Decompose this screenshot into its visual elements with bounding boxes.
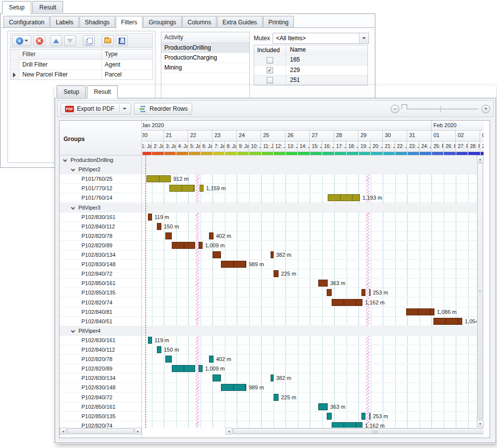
gantt-bar[interactable] bbox=[369, 289, 370, 296]
gantt-bar[interactable] bbox=[318, 280, 328, 287]
subtab-labels[interactable]: Labels bbox=[50, 16, 78, 28]
gantt-bar[interactable] bbox=[157, 223, 161, 230]
task-row[interactable]: P102/820/78 bbox=[60, 355, 142, 364]
task-row[interactable]: P102/840/112 bbox=[60, 345, 142, 355]
list-item-productiondrilling[interactable]: ProductionDrilling bbox=[161, 43, 249, 53]
table-row[interactable]: ✓229 bbox=[254, 65, 367, 75]
scroll-up-button[interactable]: ▴ bbox=[477, 155, 484, 162]
open-filter-button[interactable] bbox=[102, 35, 114, 46]
gantt-bar[interactable] bbox=[209, 232, 213, 239]
task-row[interactable]: P102/830/161 bbox=[60, 213, 142, 222]
task-row[interactable]: P101/760/25 bbox=[60, 174, 142, 184]
reorder-rows-button[interactable]: Reorder Rows bbox=[134, 103, 192, 115]
list-item-productioncharging[interactable]: ProductionCharging bbox=[161, 53, 249, 63]
groups-horizontal-scrollbar[interactable]: ◂▸ bbox=[60, 428, 142, 435]
chart-scroll-thumb[interactable]: |||| bbox=[233, 428, 484, 434]
gantt-bar[interactable] bbox=[200, 185, 204, 192]
gantt-bar[interactable] bbox=[148, 214, 152, 221]
task-row[interactable]: P102/820/74 bbox=[60, 298, 142, 307]
move-down-button[interactable] bbox=[64, 35, 76, 46]
gantt-bar[interactable] bbox=[146, 175, 171, 182]
zoom-slider-thumb[interactable] bbox=[402, 104, 407, 112]
task-row[interactable]: P102/840/72 bbox=[60, 269, 142, 279]
subtab-filters[interactable]: Filters bbox=[116, 16, 143, 29]
gantt-bar[interactable] bbox=[199, 242, 203, 249]
task-row[interactable]: P102/830/134 bbox=[60, 373, 142, 383]
duplicate-filter-button[interactable] bbox=[83, 35, 95, 46]
task-row[interactable]: P102/830/161 bbox=[60, 336, 142, 345]
move-up-button[interactable] bbox=[50, 35, 62, 46]
zoom-out-button[interactable]: − bbox=[391, 105, 399, 113]
table-row[interactable]: 251 bbox=[254, 75, 367, 85]
gantt-bar[interactable] bbox=[328, 194, 360, 201]
subtab-columns[interactable]: Columns bbox=[182, 16, 216, 28]
tab-result[interactable]: Result bbox=[32, 1, 63, 13]
subtab-groupings[interactable]: Groupings bbox=[143, 16, 181, 28]
task-row[interactable]: P102/820/74 bbox=[60, 421, 142, 428]
task-row[interactable]: P102/830/134 bbox=[60, 250, 142, 260]
vertical-scrollbar[interactable]: ▴≡▾ bbox=[477, 155, 484, 428]
task-row[interactable]: P102/850/135 bbox=[60, 288, 142, 298]
task-row[interactable]: P101/760/14 bbox=[60, 193, 142, 203]
filter-column-header[interactable]: Filter bbox=[19, 50, 102, 60]
gantt-bar[interactable] bbox=[199, 365, 203, 372]
task-row[interactable]: P102/840/112 bbox=[60, 222, 142, 231]
task-row[interactable]: P102/820/89 bbox=[60, 364, 142, 373]
scroll-left-button[interactable]: ◂ bbox=[225, 428, 232, 435]
gantt-bar[interactable] bbox=[332, 299, 362, 306]
subtab-printing[interactable]: Printing bbox=[263, 16, 294, 28]
included-column-header[interactable]: Included bbox=[254, 45, 286, 55]
tab-setup[interactable]: Setup bbox=[57, 85, 86, 97]
subtab-shadings[interactable]: Shadings bbox=[79, 16, 115, 28]
gantt-bar[interactable] bbox=[169, 185, 195, 192]
groups-scroll-thumb[interactable] bbox=[67, 428, 134, 434]
task-row[interactable]: P102/840/81 bbox=[60, 307, 142, 317]
gantt-bar[interactable] bbox=[209, 356, 213, 363]
gantt-bar[interactable] bbox=[157, 346, 161, 353]
name-column-header[interactable]: Name bbox=[286, 45, 367, 55]
gantt-bar[interactable] bbox=[327, 413, 332, 420]
table-row[interactable]: 165 bbox=[254, 55, 367, 65]
gantt-bar[interactable] bbox=[433, 318, 462, 325]
group-row[interactable]: ProductionDrilling bbox=[60, 155, 142, 165]
gantt-bar[interactable] bbox=[318, 403, 328, 410]
table-row[interactable]: Drill Filter Agent bbox=[10, 60, 152, 70]
scroll-down-button[interactable]: ▾ bbox=[477, 420, 484, 427]
save-filter-button[interactable] bbox=[116, 35, 128, 46]
gantt-bar[interactable] bbox=[221, 384, 246, 391]
vertical-scroll-thumb[interactable]: ≡ bbox=[477, 163, 483, 419]
task-row[interactable]: P102/830/148 bbox=[60, 260, 142, 269]
gantt-bar[interactable] bbox=[332, 422, 362, 428]
zoom-in-button[interactable]: + bbox=[482, 105, 490, 113]
gantt-bar[interactable] bbox=[172, 242, 195, 249]
mutex-dropdown[interactable]: <All Items> bbox=[273, 33, 369, 44]
task-row[interactable]: P102/850/161 bbox=[60, 279, 142, 288]
task-row[interactable]: P102/820/89 bbox=[60, 241, 142, 250]
group-row[interactable]: PitViper4 bbox=[60, 326, 142, 336]
gantt-bar[interactable] bbox=[271, 251, 274, 258]
gantt-bar[interactable] bbox=[213, 374, 221, 381]
gantt-bar[interactable] bbox=[361, 289, 365, 296]
group-row[interactable]: PitViper2 bbox=[60, 165, 142, 174]
gantt-bar[interactable] bbox=[406, 308, 434, 315]
task-row[interactable]: P102/850/161 bbox=[60, 402, 142, 412]
gantt-bar[interactable] bbox=[165, 232, 172, 239]
task-row[interactable]: P102/820/78 bbox=[60, 231, 142, 241]
gantt-bar[interactable] bbox=[165, 356, 172, 363]
scroll-left-button[interactable]: ◂ bbox=[60, 428, 67, 435]
gantt-bar[interactable] bbox=[172, 365, 195, 372]
gantt-bar[interactable] bbox=[148, 337, 152, 344]
gantt-bar[interactable] bbox=[271, 374, 274, 381]
scroll-right-button[interactable]: ▸ bbox=[135, 428, 142, 435]
tab-result[interactable]: Result bbox=[87, 85, 118, 98]
mutex-dropdown-button[interactable] bbox=[359, 33, 368, 43]
type-column-header[interactable]: Type bbox=[102, 50, 152, 60]
add-filter-button[interactable]: + bbox=[12, 35, 31, 46]
checkbox-unchecked[interactable] bbox=[267, 57, 273, 64]
gantt-bar[interactable] bbox=[274, 394, 279, 401]
checkbox-unchecked[interactable] bbox=[267, 77, 273, 83]
checkbox-checked[interactable]: ✓ bbox=[267, 67, 273, 74]
task-row[interactable]: P102/840/72 bbox=[60, 393, 142, 402]
task-row[interactable]: P102/850/135 bbox=[60, 412, 142, 421]
subtab-configuration[interactable]: Configuration bbox=[3, 16, 50, 28]
